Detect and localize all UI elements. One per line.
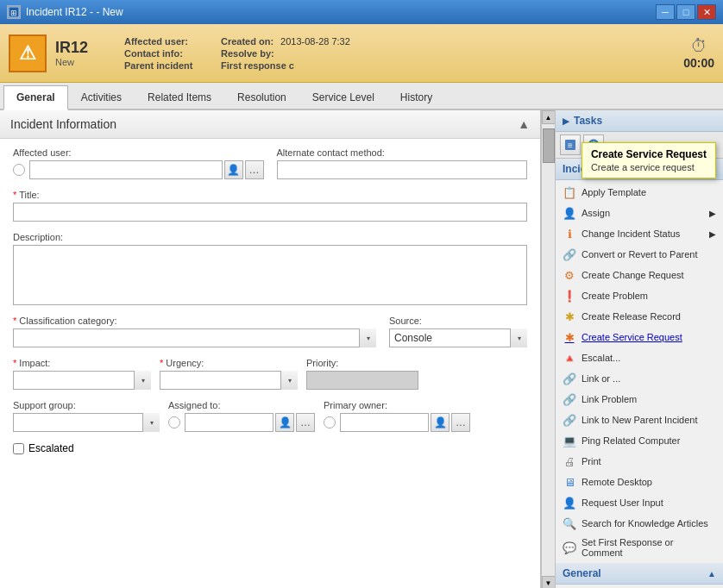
panel-item-change-status[interactable]: ℹ Change Incident Status ▶ bbox=[556, 223, 723, 244]
panel-item-set-response[interactable]: 💬 Set First Response or Comment bbox=[556, 534, 723, 561]
link-problem-label: Link Problem bbox=[582, 394, 637, 404]
group-source: Source: Console Email Phone Web ▾ bbox=[389, 316, 527, 347]
support-group-select-wrapper: ▾ bbox=[13, 413, 160, 432]
resolve-by-label: Resolve by: bbox=[221, 48, 274, 59]
panel-item-convert[interactable]: 🔗 Convert or Revert to Parent bbox=[556, 244, 723, 265]
panel-item-link-problem[interactable]: 🔗 Link Problem bbox=[556, 389, 723, 410]
ping-icon: 💻 bbox=[563, 434, 576, 447]
panel-item-search-knowledge[interactable]: 🔍 Search for Knowledge Articles bbox=[556, 513, 723, 534]
assigned-to-radio[interactable] bbox=[168, 416, 180, 428]
affected-user-label: Affected user: bbox=[124, 36, 188, 47]
form-scrollbar[interactable]: ▲ ▼ bbox=[541, 110, 555, 588]
right-panel: ▶ Tasks ≡ i Incident ▲ 📋 Apply Template … bbox=[555, 110, 723, 588]
group-priority: Priority: bbox=[306, 358, 418, 390]
ping-label: Ping Related Computer bbox=[582, 435, 680, 446]
section-collapse-icon[interactable]: ▲ bbox=[518, 117, 530, 131]
convert-label: Convert or Revert to Parent bbox=[582, 249, 698, 260]
affected-user-input-group: 👤 … bbox=[13, 160, 264, 179]
panel-tool-btn-1[interactable]: ≡ bbox=[560, 134, 581, 155]
panel-item-ping[interactable]: 💻 Ping Related Computer bbox=[556, 430, 723, 451]
app-icon: ⊞ bbox=[7, 5, 21, 19]
minimize-button[interactable]: ─ bbox=[656, 4, 675, 20]
panel-item-assign[interactable]: 👤 Assign ▶ bbox=[556, 203, 723, 223]
create-change-icon: ⚙ bbox=[563, 268, 576, 282]
group-assigned-to: Assigned to: 👤 … bbox=[168, 400, 315, 432]
affected-user-more-btn[interactable]: … bbox=[245, 160, 264, 179]
affected-user-radio[interactable] bbox=[13, 164, 25, 176]
impact-select[interactable] bbox=[13, 371, 151, 390]
assigned-to-more-btn[interactable]: … bbox=[296, 413, 315, 432]
scroll-down-btn[interactable]: ▼ bbox=[542, 576, 556, 588]
urgency-select[interactable] bbox=[160, 371, 298, 390]
section-title: Incident Information bbox=[10, 117, 116, 131]
link-problem-icon: 🔗 bbox=[563, 392, 576, 406]
primary-owner-more-btn[interactable]: … bbox=[451, 413, 470, 432]
general-section-label: General bbox=[563, 567, 601, 579]
source-select[interactable]: Console Email Phone Web bbox=[389, 328, 527, 347]
affected-user-person-btn[interactable]: 👤 bbox=[224, 160, 243, 179]
row-impact-urgency-priority: * Impact: ▾ * Urgency: bbox=[13, 358, 527, 390]
general-section-header[interactable]: General ▲ bbox=[556, 563, 723, 585]
request-input-icon: 👤 bbox=[563, 496, 576, 510]
title-input[interactable] bbox=[13, 203, 527, 222]
tab-activities[interactable]: Activities bbox=[68, 85, 135, 109]
close-button[interactable]: ✕ bbox=[697, 4, 716, 20]
panel-item-print[interactable]: 🖨 Print bbox=[556, 451, 723, 472]
primary-owner-label: Primary owner: bbox=[324, 400, 470, 410]
scroll-track bbox=[542, 124, 555, 576]
alternate-contact-input[interactable] bbox=[277, 160, 528, 179]
panel-item-link-or[interactable]: 🔗 Link or ... bbox=[556, 368, 723, 389]
panel-item-create-service[interactable]: ✱ Create Service Request bbox=[556, 327, 723, 347]
tab-resolution[interactable]: Resolution bbox=[224, 85, 299, 109]
panel-items-list: 📋 Apply Template 👤 Assign ▶ ℹ Change Inc… bbox=[556, 180, 723, 563]
parent-incident-label: Parent incident bbox=[124, 60, 192, 71]
panel-item-create-release[interactable]: ✱ Create Release Record bbox=[556, 306, 723, 327]
support-group-select[interactable] bbox=[13, 413, 160, 432]
assigned-to-input[interactable] bbox=[185, 413, 273, 432]
assigned-to-person-btn[interactable]: 👤 bbox=[275, 413, 294, 432]
scroll-thumb[interactable] bbox=[543, 128, 555, 163]
tab-general[interactable]: General bbox=[3, 85, 68, 110]
panel-item-create-problem[interactable]: ❗ Create Problem bbox=[556, 285, 723, 306]
group-title: * Title: bbox=[13, 190, 527, 222]
impact-label: * Impact: bbox=[13, 358, 151, 368]
primary-owner-radio[interactable] bbox=[324, 416, 336, 428]
alternate-contact-label: Alternate contact method: bbox=[277, 147, 528, 158]
tasks-section-header[interactable]: ▶ Tasks bbox=[556, 110, 723, 132]
maximize-button[interactable]: □ bbox=[676, 4, 695, 20]
incident-id-block: IR12 New bbox=[55, 39, 107, 67]
create-change-label: Create Change Request bbox=[582, 270, 684, 280]
panel-item-request-input[interactable]: 👤 Request User Input bbox=[556, 492, 723, 513]
create-release-icon: ✱ bbox=[563, 310, 576, 323]
tab-related-items[interactable]: Related Items bbox=[135, 85, 224, 109]
affected-user-input[interactable] bbox=[29, 160, 223, 179]
tab-service-level[interactable]: Service Level bbox=[299, 85, 387, 109]
create-problem-label: Create Problem bbox=[582, 291, 648, 301]
link-parent-icon: 🔗 bbox=[563, 413, 576, 427]
timer-block: ⏱ 00:00 bbox=[683, 36, 714, 70]
created-on-value: 2013-08-28 7:32 bbox=[280, 36, 350, 47]
panel-item-escalate[interactable]: 🔺 Escalat... bbox=[556, 347, 723, 368]
section-header: Incident Information ▲ bbox=[0, 110, 540, 139]
group-primary-owner: Primary owner: 👤 … bbox=[324, 400, 470, 432]
group-classification: * Classification category: ▾ bbox=[13, 316, 376, 347]
scroll-up-btn[interactable]: ▲ bbox=[542, 110, 556, 124]
classification-select[interactable] bbox=[13, 328, 376, 347]
description-input[interactable] bbox=[13, 245, 527, 305]
change-status-arrow-icon: ▶ bbox=[709, 229, 716, 239]
primary-owner-input[interactable] bbox=[340, 413, 429, 432]
panel-item-apply-template[interactable]: 📋 Apply Template bbox=[556, 182, 723, 203]
first-response-label: First response c bbox=[221, 60, 294, 71]
tasks-label: Tasks bbox=[574, 115, 602, 127]
incident-id: IR12 bbox=[55, 39, 107, 57]
primary-owner-person-btn[interactable]: 👤 bbox=[431, 413, 450, 432]
panel-item-create-change[interactable]: ⚙ Create Change Request bbox=[556, 265, 723, 285]
panel-item-remote-desktop[interactable]: 🖥 Remote Desktop bbox=[556, 472, 723, 492]
timer-icon: ⏱ bbox=[690, 36, 707, 56]
tab-history[interactable]: History bbox=[387, 85, 445, 109]
panel-item-link-parent[interactable]: 🔗 Link to New Parent Incident bbox=[556, 410, 723, 430]
escalate-icon: 🔺 bbox=[563, 351, 576, 365]
escalated-checkbox[interactable] bbox=[13, 443, 24, 454]
convert-icon: 🔗 bbox=[563, 247, 576, 261]
row-description: Description: bbox=[13, 232, 527, 305]
